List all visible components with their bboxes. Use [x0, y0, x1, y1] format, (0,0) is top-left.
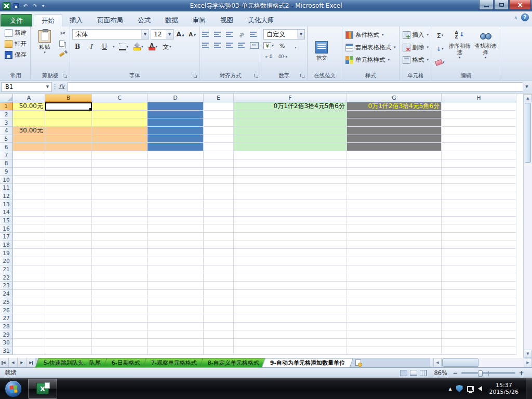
cell-G28[interactable] [347, 323, 442, 331]
quick-save-icon[interactable] [12, 2, 20, 9]
cell-G22[interactable] [347, 273, 442, 282]
cell-B14[interactable] [45, 208, 92, 217]
sheet-tab-sheet7[interactable]: 7-观察单元格格式 [143, 358, 206, 367]
cell-D12[interactable] [148, 192, 204, 201]
zoom-out-button[interactable]: − [452, 369, 459, 377]
cell-G11[interactable] [347, 184, 442, 192]
row-header-16[interactable]: 16 [0, 224, 13, 233]
cell-B25[interactable] [45, 298, 92, 307]
cell-H30[interactable] [442, 339, 516, 347]
cell-B3[interactable] [45, 118, 92, 127]
increase-font-button[interactable]: A▲ [175, 29, 185, 39]
row-header-29[interactable]: 29 [0, 330, 13, 339]
zoom-in-button[interactable]: + [518, 369, 525, 377]
cell-A1[interactable]: 50.00元 [13, 102, 45, 111]
format-cells-button[interactable]: 格式 ▾ [402, 55, 430, 65]
row-header-15[interactable]: 15 [0, 217, 13, 225]
cell-A27[interactable] [13, 314, 45, 323]
cell-D24[interactable] [148, 290, 204, 298]
cell-B13[interactable] [45, 200, 92, 208]
column-header-D[interactable]: D [148, 94, 204, 102]
maximize-button[interactable] [494, 0, 509, 10]
name-box[interactable]: B1 ▼ [1, 82, 52, 92]
cell-A15[interactable] [13, 217, 45, 225]
tab-split-handle[interactable] [430, 358, 433, 367]
cell-A25[interactable] [13, 298, 45, 307]
cell-A18[interactable] [13, 241, 45, 249]
cell-H8[interactable] [442, 159, 516, 168]
cell-B7[interactable] [45, 151, 92, 159]
formula-bar-expand-icon[interactable]: ▼ [523, 85, 531, 89]
cell-F10[interactable] [234, 176, 347, 184]
row-header-30[interactable]: 30 [0, 339, 13, 347]
ribbon-tab-page-layout[interactable]: 页面布局 [90, 14, 130, 26]
clear-button[interactable]: ▾ [434, 57, 446, 68]
cell-E1[interactable] [204, 102, 234, 111]
cell-F28[interactable] [234, 323, 347, 331]
cell-C30[interactable] [92, 339, 148, 347]
decrease-decimal-button[interactable]: .00→ [277, 52, 287, 61]
cell-C9[interactable] [92, 168, 148, 176]
zoom-slider-thumb[interactable] [478, 370, 483, 377]
row-header-2[interactable]: 2 [0, 111, 13, 119]
dialog-launcher-icon[interactable] [300, 74, 305, 78]
page-layout-view-button[interactable] [410, 370, 417, 376]
cell-G13[interactable] [347, 200, 442, 208]
cell-B17[interactable] [45, 233, 92, 241]
taskbar-clock[interactable]: 15:37 2015/5/26 [486, 382, 522, 395]
cell-A19[interactable] [13, 249, 45, 257]
cell-C26[interactable] [92, 306, 148, 314]
cell-A8[interactable] [13, 159, 45, 168]
cell-B5[interactable] [45, 135, 92, 143]
cell-G18[interactable] [347, 241, 442, 249]
cell-H13[interactable] [442, 200, 516, 208]
row-header-9[interactable]: 9 [0, 168, 13, 176]
cell-E24[interactable] [204, 290, 234, 298]
zoom-level[interactable]: 86% [434, 369, 447, 377]
cell-D20[interactable] [148, 257, 204, 265]
vertical-scrollbar[interactable]: ▲ ▼ [523, 94, 532, 358]
cell-G20[interactable] [347, 257, 442, 265]
cell-G23[interactable] [347, 282, 442, 290]
cell-E12[interactable] [204, 192, 234, 201]
cell-F3[interactable] [234, 118, 347, 127]
font-size-select[interactable]: 12 ▼ [151, 29, 174, 39]
cell-H10[interactable] [442, 176, 516, 184]
cell-B18[interactable] [45, 241, 92, 249]
cell-F9[interactable] [234, 168, 347, 176]
cell-E29[interactable] [204, 330, 234, 339]
close-button[interactable]: × [509, 0, 531, 10]
fill-color-button[interactable]: ▾ [132, 42, 144, 52]
cell-H17[interactable] [442, 233, 516, 241]
cell-G16[interactable] [347, 224, 442, 233]
cell-G26[interactable] [347, 306, 442, 314]
formula-input[interactable] [68, 82, 523, 92]
cell-B9[interactable] [45, 168, 92, 176]
cell-D13[interactable] [148, 200, 204, 208]
cell-C27[interactable] [92, 314, 148, 323]
row-header-13[interactable]: 13 [0, 200, 13, 208]
cell-A26[interactable] [13, 306, 45, 314]
row-header-23[interactable]: 23 [0, 282, 13, 290]
cell-H11[interactable] [442, 184, 516, 192]
cell-C21[interactable] [92, 265, 148, 274]
cell-E14[interactable] [204, 208, 234, 217]
cell-F30[interactable] [234, 339, 347, 347]
ribbon-tab-data[interactable]: 数据 [158, 14, 185, 26]
scroll-right-icon[interactable]: ▶ [524, 358, 532, 367]
cell-H16[interactable] [442, 224, 516, 233]
cell-H3[interactable] [442, 118, 516, 127]
phonetic-guide-button[interactable]: 文▾ [162, 42, 172, 52]
format-painter-icon[interactable] [58, 50, 68, 58]
cell-B30[interactable] [45, 339, 92, 347]
cell-A13[interactable] [13, 200, 45, 208]
insert-cells-button[interactable]: 插入 ▾ [402, 30, 430, 40]
cell-D1[interactable] [148, 102, 204, 111]
cell-F7[interactable] [234, 151, 347, 159]
cell-E10[interactable] [204, 176, 234, 184]
cell-E6[interactable] [204, 143, 234, 151]
row-header-5[interactable]: 5 [0, 135, 13, 143]
cell-F27[interactable] [234, 314, 347, 323]
cell-F2[interactable] [234, 111, 347, 119]
cell-A21[interactable] [13, 265, 45, 274]
